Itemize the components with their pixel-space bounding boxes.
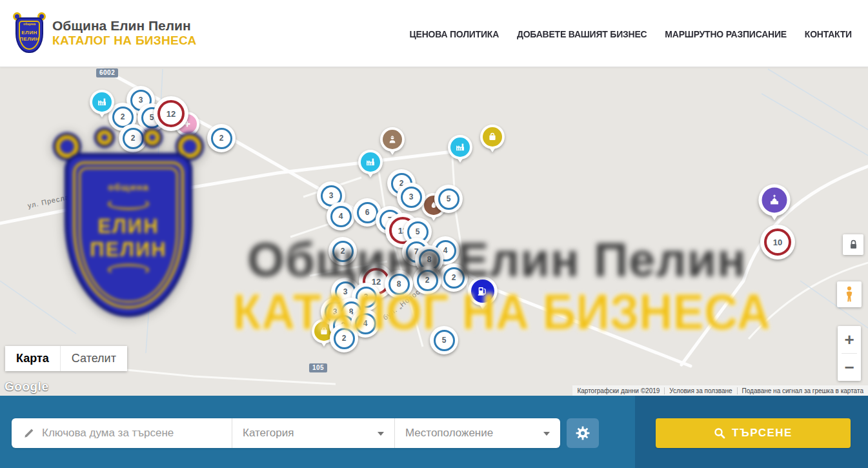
chevron-down-icon	[378, 432, 384, 436]
main-nav: ЦЕНОВА ПОЛИТИКА ДОБАВЕТЕ ВАШИЯТ БИЗНЕС М…	[410, 0, 852, 67]
category-dropdown[interactable]: Категория	[232, 418, 395, 448]
bag-icon	[319, 326, 329, 336]
map-pin-marker[interactable]	[380, 127, 405, 152]
map-cluster-marker[interactable]: 2	[413, 266, 441, 294]
google-logo[interactable]: Google	[5, 380, 48, 394]
map-cluster-marker[interactable]: 3	[397, 183, 425, 211]
advanced-settings-button[interactable]	[567, 418, 599, 448]
zoom-in-button[interactable]: +	[838, 326, 861, 353]
keyword-section	[12, 418, 232, 448]
map-pin-marker[interactable]	[758, 184, 790, 216]
gear-icon	[575, 425, 590, 441]
map-cluster-marker[interactable]: 2	[119, 124, 147, 152]
keyword-input[interactable]	[41, 426, 232, 440]
map-type-satellite-button[interactable]: Сателит	[61, 346, 127, 371]
zoom-out-button[interactable]: −	[838, 354, 861, 381]
lock-button[interactable]	[843, 234, 863, 255]
lock-icon	[849, 239, 858, 250]
search-panel: Категория Местоположение	[0, 396, 868, 468]
nav-item-pricing[interactable]: ЦЕНОВА ПОЛИТИКА	[410, 28, 499, 39]
nav-item-add-business[interactable]: ДОБАВЕТЕ ВАШИЯТ БИЗНЕС	[517, 28, 647, 39]
chevron-down-icon	[543, 432, 550, 436]
fuel-icon	[476, 285, 489, 297]
factory-icon	[97, 97, 107, 107]
map-type-control: Карта Сателит	[5, 346, 127, 371]
markers-layer: 325122223534671352748221283338342510	[0, 68, 868, 396]
search-button[interactable]: ТЪРСЕНЕ	[656, 418, 851, 448]
map-cluster-marker[interactable]: 2	[439, 263, 468, 292]
site-logo[interactable]: община ЕЛИН ПЕЛИН Община Елин Пелин КАТА…	[14, 13, 197, 53]
zoom-control: + −	[838, 326, 861, 381]
map-canvas[interactable]: 6002105 ул. Преславбул. „Новоселци 32512…	[0, 68, 868, 396]
map-pin-marker[interactable]	[90, 90, 114, 114]
map-pin-marker[interactable]	[358, 150, 383, 174]
nav-item-route-schedule[interactable]: МАРШРУТНО РАЗПИСАНИЕ	[665, 28, 787, 39]
header: община ЕЛИН ПЕЛИН Община Елин Пелин КАТА…	[0, 0, 868, 67]
map-cluster-marker[interactable]: 4	[327, 202, 355, 230]
report-error-link[interactable]: Подаване на сигнал за грешка в картата	[737, 387, 868, 394]
map-type-map-button[interactable]: Карта	[5, 346, 61, 371]
map-attribution: Картографски данни ©2019 Условия за полз…	[572, 385, 868, 396]
map-cluster-marker[interactable]: 10	[760, 225, 795, 259]
site-subtitle: КАТАЛОГ НА БИЗНЕСА	[52, 34, 197, 48]
location-dropdown[interactable]: Местоположение	[395, 418, 560, 448]
site-title: Община Елин Пелин	[52, 18, 197, 34]
map-cluster-marker[interactable]: 5	[430, 326, 458, 354]
municipality-crest-icon: община ЕЛИН ПЕЛИН	[14, 13, 45, 53]
map-cluster-marker[interactable]: 8	[385, 270, 413, 298]
pegman-icon	[844, 286, 854, 303]
map-pin-marker[interactable]	[468, 276, 498, 306]
pencil-icon	[23, 428, 34, 439]
map-pin-marker[interactable]	[448, 135, 472, 159]
factory-icon	[455, 142, 465, 152]
church-icon	[768, 194, 782, 207]
nav-item-contacts[interactable]: КОНТАКТИ	[805, 28, 852, 39]
map-cluster-marker[interactable]: 2	[328, 237, 357, 265]
terms-link[interactable]: Условия за ползване	[664, 387, 736, 394]
attribution-copyright: Картографски данни ©2019	[572, 387, 664, 394]
map-cluster-marker[interactable]: 5	[434, 185, 463, 213]
search-icon	[714, 427, 725, 439]
bag-icon	[487, 132, 498, 142]
worker-icon	[387, 134, 398, 145]
map-pin-marker[interactable]	[480, 125, 505, 149]
search-combo: Категория Местоположение	[12, 418, 560, 448]
map-cluster-marker[interactable]: 2	[207, 124, 236, 152]
map-cluster-marker[interactable]: 12	[154, 96, 188, 131]
pegman-button[interactable]	[837, 281, 862, 307]
map-cluster-marker[interactable]: 2	[330, 324, 358, 352]
page: община ЕЛИН ПЕЛИН Община Елин Пелин КАТА…	[0, 0, 868, 468]
factory-icon	[365, 157, 376, 167]
